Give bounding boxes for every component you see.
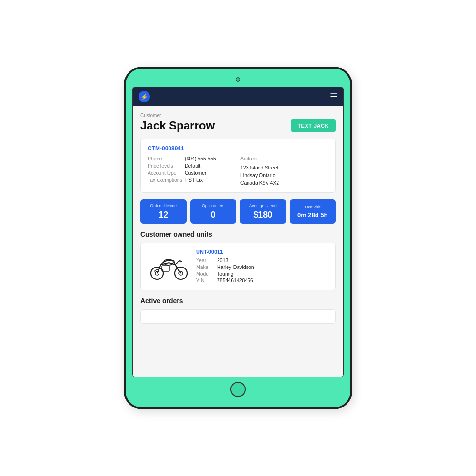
lightning-icon: ⚡ — [140, 93, 148, 100]
customer-info-card: CTM-0008941 Phone (604) 555-555 Price le… — [140, 139, 336, 193]
customer-header: Jack Sparrow TEXT JACK — [140, 119, 336, 132]
stat-open-orders-value: 0 — [211, 210, 216, 220]
stat-open-orders: Open orders 0 — [190, 199, 237, 224]
tax-exemptions-row: Tax exemptions PST tax — [148, 177, 236, 183]
navbar: ⚡ ☰ — [133, 87, 343, 106]
stat-average-spend-label: Average spend — [249, 203, 277, 208]
account-type-row: Account type Customer — [148, 170, 236, 176]
unit-make-value: Harley-Davidson — [217, 264, 254, 270]
stat-average-spend-value: $180 — [253, 210, 272, 220]
unit-model-value: Touring — [217, 271, 233, 277]
unit-year-label: Year — [196, 258, 213, 263]
stat-average-spend: Average spend $180 — [240, 199, 286, 224]
active-orders-title: Active orders — [140, 297, 336, 305]
stat-last-visit: Last visit 0m 28d 5h — [290, 199, 336, 224]
stat-last-visit-value: 0m 28d 5h — [298, 211, 328, 218]
active-orders-section: Active orders — [140, 297, 336, 324]
screen-content: Customer Jack Sparrow TEXT JACK CTM-0008… — [133, 106, 343, 377]
unit-card[interactable]: UNT-00011 Year 2013 Make Harley-Davidson… — [140, 243, 336, 290]
stat-open-orders-label: Open orders — [202, 203, 224, 208]
unit-vin-value: 7854461428456 — [217, 278, 253, 283]
stat-orders-lifetime-label: Orders lifetime — [150, 203, 177, 208]
hamburger-menu-icon[interactable]: ☰ — [330, 92, 337, 101]
tax-exemptions-value: PST tax — [185, 177, 203, 183]
unit-year-value: 2013 — [217, 258, 228, 263]
unit-vin-label: VIN — [196, 278, 213, 283]
unit-info: UNT-00011 Year 2013 Make Harley-Davidson… — [196, 249, 328, 284]
unit-year-row: Year 2013 — [196, 258, 328, 263]
stat-orders-lifetime-value: 12 — [159, 210, 168, 220]
tax-exemptions-label: Tax exemptions — [148, 177, 182, 183]
active-orders-placeholder — [140, 309, 336, 324]
customer-owned-units-section: Customer owned units — [140, 230, 336, 290]
tablet-screen: ⚡ ☰ Customer Jack Sparrow TEXT JACK CTM-… — [132, 87, 344, 377]
account-type-label: Account type — [148, 170, 182, 176]
stats-grid: Orders lifetime 12 Open orders 0 Average… — [140, 199, 336, 224]
stat-last-visit-label: Last visit — [305, 205, 320, 209]
address-line3: Canada K9V 4X2 — [240, 179, 328, 187]
app-logo[interactable]: ⚡ — [139, 91, 150, 102]
tablet-device: ⚡ ☰ Customer Jack Sparrow TEXT JACK CTM-… — [124, 67, 352, 409]
price-levels-value: Default — [185, 163, 200, 169]
customer-owned-units-title: Customer owned units — [140, 230, 336, 238]
unit-make-row: Make Harley-Davidson — [196, 264, 328, 270]
price-levels-label: Price levels — [148, 163, 182, 169]
tablet-home-button[interactable] — [230, 382, 246, 397]
unit-make-label: Make — [196, 264, 213, 270]
info-left-col: Phone (604) 555-555 Price levels Default… — [148, 156, 236, 187]
unit-model-row: Model Touring — [196, 271, 328, 277]
customer-id[interactable]: CTM-0008941 — [148, 145, 328, 152]
unit-vin-row: VIN 7854461428456 — [196, 278, 328, 283]
customer-info-grid: Phone (604) 555-555 Price levels Default… — [148, 156, 328, 187]
customer-name: Jack Sparrow — [140, 119, 215, 132]
address-lines: 123 Island Street Lindsay Ontario Canada… — [240, 164, 328, 187]
price-levels-row: Price levels Default — [148, 163, 236, 169]
phone-row: Phone (604) 555-555 — [148, 156, 236, 161]
tablet-camera — [236, 77, 240, 82]
address-line1: 123 Island Street — [240, 164, 328, 172]
text-jack-button[interactable]: TEXT JACK — [291, 119, 336, 132]
phone-value: (604) 555-555 — [185, 156, 216, 161]
customer-breadcrumb-label: Customer — [140, 113, 336, 118]
address-label: Address — [240, 156, 328, 161]
phone-label: Phone — [148, 156, 182, 161]
unit-model-label: Model — [196, 271, 213, 277]
address-line2: Lindsay Ontario — [240, 172, 328, 179]
unit-image — [148, 249, 190, 282]
info-right-col: Address 123 Island Street Lindsay Ontari… — [240, 156, 328, 187]
account-type-value: Customer — [185, 170, 207, 176]
motorcycle-icon — [148, 250, 190, 281]
unit-id[interactable]: UNT-00011 — [196, 249, 328, 255]
stat-orders-lifetime: Orders lifetime 12 — [140, 199, 187, 224]
